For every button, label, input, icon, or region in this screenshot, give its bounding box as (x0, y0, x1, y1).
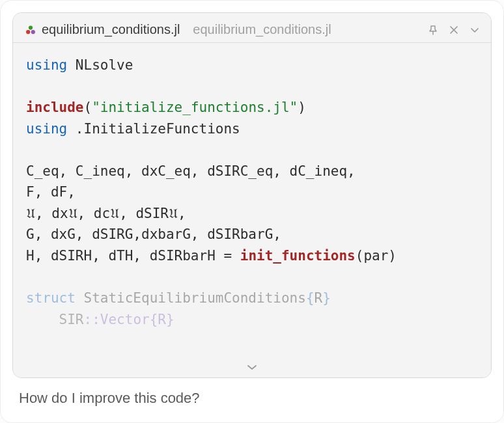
tab-active-label: equilibrium_conditions.jl (42, 22, 180, 37)
chevron-down-icon[interactable] (469, 24, 481, 36)
chat-card: equilibrium_conditions.jl equilibrium_co… (0, 0, 504, 423)
svg-point-0 (26, 30, 30, 34)
keyword-using: using (26, 121, 67, 137)
tab-inactive-label: equilibrium_conditions.jl (193, 22, 331, 37)
code-editor-frame: equilibrium_conditions.jl equilibrium_co… (12, 12, 492, 378)
code-area[interactable]: using NLsolve include("initialize_functi… (13, 43, 491, 377)
function-call: init_functions (240, 248, 356, 264)
tab-active-equilibrium[interactable]: equilibrium_conditions.jl (17, 18, 189, 41)
svg-point-1 (31, 30, 35, 34)
pin-icon[interactable] (427, 24, 439, 36)
svg-point-2 (29, 25, 33, 29)
keyword-struct: struct (26, 290, 76, 306)
prompt-text: How do I improve this code? (19, 390, 200, 406)
expand-code-chevron-icon[interactable] (246, 362, 258, 374)
string-literal: "initialize_functions.jl" (92, 100, 298, 115)
editor-tab-bar: equilibrium_conditions.jl equilibrium_co… (13, 13, 491, 43)
user-prompt: How do I improve this code? (12, 378, 492, 407)
julia-file-icon (25, 24, 36, 36)
keyword-using: using (26, 57, 67, 73)
close-icon[interactable] (448, 24, 460, 36)
code-content: using NLsolve include("initialize_functi… (26, 55, 478, 330)
tab-inactive-equilibrium[interactable]: equilibrium_conditions.jl (190, 18, 340, 41)
keyword-include: include (26, 100, 84, 115)
tab-actions (427, 24, 487, 36)
